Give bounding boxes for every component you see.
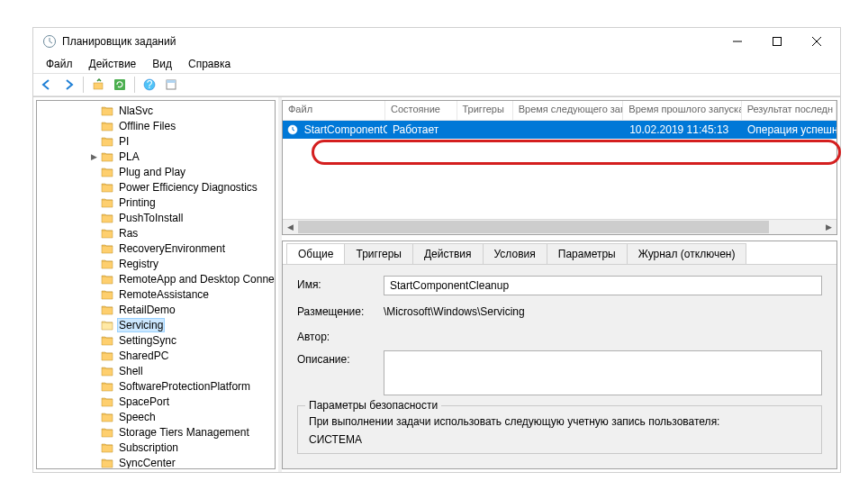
refresh-button[interactable] (110, 75, 130, 95)
tree-item-servicing[interactable]: Servicing (37, 317, 275, 332)
content-area: NlaSvcOffline FilesPI▶PLAPlug and PlayPo… (33, 96, 840, 472)
tab-параметры[interactable]: Параметры (547, 243, 628, 264)
tree-item-speech[interactable]: Speech (37, 409, 275, 424)
name-field[interactable] (384, 276, 822, 295)
tree-item-nlasvc[interactable]: NlaSvc (37, 103, 275, 118)
tree-item-label: RetailDemo (117, 304, 177, 316)
expander-icon (87, 258, 100, 270)
tree-item-storage-tiers-management[interactable]: Storage Tiers Management (37, 424, 275, 440)
tab-действия[interactable]: Действия (412, 243, 484, 264)
folder-icon (100, 411, 114, 423)
titlebar: Планировщик заданий (33, 28, 840, 55)
tree-item-spaceport[interactable]: SpacePort (37, 394, 275, 409)
tree-item-label: Registry (117, 258, 160, 270)
column-header[interactable]: Результат последн (742, 101, 836, 120)
back-button[interactable] (37, 75, 57, 95)
tree-item-remoteassistance[interactable]: RemoteAssistance (37, 286, 275, 302)
column-header[interactable]: Время следующего запуска (513, 101, 624, 120)
folder-icon (100, 258, 114, 270)
menu-action[interactable]: Действие (82, 56, 144, 72)
menu-view[interactable]: Вид (145, 56, 179, 72)
folder-icon (100, 212, 114, 224)
folder-icon (100, 304, 114, 316)
tree-item-label: Printing (117, 196, 158, 209)
expander-icon[interactable]: ▶ (87, 150, 100, 163)
tree-item-power-efficiency-diagnostics[interactable]: Power Efficiency Diagnostics (37, 179, 275, 195)
task-row[interactable]: StartComponentCleanupРаботает10.02.2019 … (283, 121, 836, 139)
toolbar: ? (33, 73, 840, 96)
tree-item-pi[interactable]: PI (37, 133, 275, 149)
scroll-left-arrow[interactable]: ◀ (283, 220, 298, 234)
menu-help[interactable]: Справка (181, 56, 238, 72)
tree-item-printing[interactable]: Printing (37, 195, 275, 210)
expander-icon (87, 181, 100, 194)
tree-item-plug-and-play[interactable]: Plug and Play (37, 164, 275, 179)
svg-text:?: ? (147, 78, 153, 91)
task-scheduler-window: Планировщик заданий Файл Действие Вид Сп… (32, 27, 841, 473)
folder-icon (100, 181, 114, 194)
tree-item-offline-files[interactable]: Offline Files (37, 118, 275, 133)
task-cell (458, 128, 514, 132)
expander-icon (87, 227, 100, 240)
menu-file[interactable]: Файл (39, 56, 80, 72)
scroll-right-arrow[interactable]: ▶ (821, 220, 836, 234)
tree-item-label: RemoteApp and Desktop Connections (117, 273, 276, 286)
tree-item-pushtoinstall[interactable]: PushToInstall (37, 210, 275, 225)
task-cell (514, 128, 624, 132)
tree-item-remoteapp-and-desktop-connections[interactable]: RemoteApp and Desktop Connections (37, 271, 275, 286)
expander-icon (87, 120, 100, 132)
tree-item-softwareprotectionplatform[interactable]: SoftwareProtectionPlatform (37, 378, 275, 394)
expander-icon (87, 135, 100, 148)
tree-item-registry[interactable]: Registry (37, 256, 275, 271)
tree-item-label: SharedPC (117, 349, 170, 362)
tree-item-synccenter[interactable]: SyncCenter (37, 455, 275, 469)
column-header[interactable]: Файл (283, 101, 385, 120)
tree-item-label: PLA (117, 150, 141, 163)
tree-item-ras[interactable]: Ras (37, 225, 275, 240)
column-header[interactable]: Триггеры (457, 101, 513, 120)
tab-триггеры[interactable]: Триггеры (344, 243, 413, 264)
horizontal-scrollbar[interactable]: ◀ ▶ (283, 219, 836, 234)
list-header: ФайлСостояниеТриггерыВремя следующего за… (283, 101, 836, 121)
tree-item-settingsync[interactable]: SettingSync (37, 332, 275, 348)
scroll-thumb[interactable] (298, 221, 769, 233)
column-header[interactable]: Состояние (385, 101, 457, 120)
expander-icon (87, 304, 100, 316)
tree-item-sharedpc[interactable]: SharedPC (37, 348, 275, 363)
folder-icon (100, 104, 114, 117)
svg-rect-7 (167, 80, 176, 83)
expander-icon (87, 365, 100, 377)
tree-pane[interactable]: NlaSvcOffline FilesPI▶PLAPlug and PlayPo… (36, 100, 276, 469)
menubar: Файл Действие Вид Справка (33, 55, 840, 73)
right-pane: ФайлСостояниеТриггерыВремя следующего за… (282, 100, 837, 469)
properties-button[interactable] (161, 75, 181, 95)
expander-icon (87, 273, 100, 286)
tab-журнал-отключен-[interactable]: Журнал (отключен) (627, 243, 747, 264)
tab-условия[interactable]: Условия (483, 243, 547, 264)
tree-item-retaildemo[interactable]: RetailDemo (37, 302, 275, 317)
svg-rect-2 (94, 83, 103, 89)
folder-icon (100, 150, 114, 163)
expander-icon (87, 212, 100, 224)
up-button[interactable] (88, 75, 108, 95)
tree-item-pla[interactable]: ▶PLA (37, 149, 275, 164)
folder-icon (100, 441, 114, 454)
folder-icon (100, 426, 114, 439)
description-field[interactable] (384, 350, 822, 395)
tree-item-label: Subscription (117, 441, 180, 454)
task-cell: Операция успешно (742, 122, 836, 138)
tree-item-recoveryenvironment[interactable]: RecoveryEnvironment (37, 240, 275, 256)
minimize-button[interactable] (718, 29, 757, 54)
tab-общие[interactable]: Общие (286, 243, 345, 264)
help-button[interactable]: ? (140, 75, 159, 95)
tree-item-subscription[interactable]: Subscription (37, 440, 275, 455)
column-header[interactable]: Время прошлого запуска (623, 101, 741, 120)
close-button[interactable] (797, 29, 836, 54)
tree-item-label: Speech (117, 411, 158, 423)
description-label: Описание: (297, 350, 384, 366)
tree-item-shell[interactable]: Shell (37, 363, 275, 378)
task-list[interactable]: ФайлСостояниеТриггерыВремя следующего за… (282, 100, 837, 235)
forward-button[interactable] (59, 75, 78, 95)
maximize-button[interactable] (757, 29, 797, 54)
tree-item-label: SoftwareProtectionPlatform (117, 380, 252, 393)
